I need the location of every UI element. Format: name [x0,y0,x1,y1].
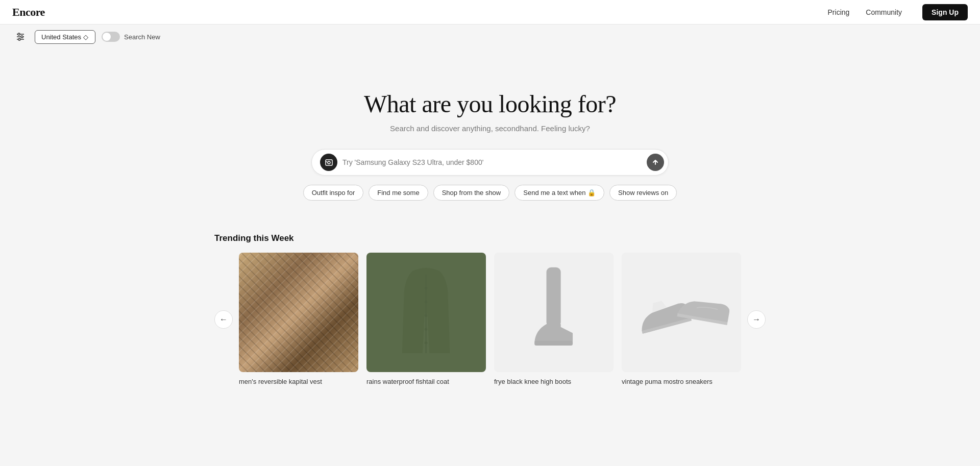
hero-title: What are you looking for? [364,90,616,118]
product-name: vintage puma mostro sneakers [622,377,741,386]
shoe-shape [622,253,741,372]
carousel-wrapper: ← men's reversible kapital vest [214,253,766,386]
product-name: frye black knee high boots [494,377,614,386]
svg-point-11 [425,314,427,317]
svg-rect-6 [326,160,332,165]
signup-button[interactable]: Sign Up [922,4,968,20]
chip-send-text[interactable]: Send me a text when 🔒 [514,185,604,201]
product-card[interactable]: men's reversible kapital vest [239,253,358,386]
chip-find-me[interactable]: Find me some [369,185,428,201]
svg-point-3 [18,33,20,35]
svg-point-12 [425,328,427,331]
product-image [494,253,614,372]
search-input[interactable] [342,158,642,166]
svg-point-5 [18,38,20,40]
product-card[interactable]: frye black knee high boots [494,253,614,386]
suggestion-chips: Outfit inspo for Find me some Shop from … [303,185,677,201]
search-bar [311,149,669,176]
pricing-nav-link[interactable]: Pricing [828,8,850,16]
vest-pattern [239,253,358,372]
filter-icon [15,32,26,42]
chip-outfit-inspo[interactable]: Outfit inspo for [303,185,364,201]
svg-rect-15 [535,341,573,346]
product-image [622,253,741,372]
svg-rect-14 [547,267,561,327]
community-nav-link[interactable]: Community [866,8,902,16]
hero-section: What are you looking for? Search and dis… [260,49,720,221]
product-name: rains waterproof fishtail coat [366,377,486,386]
trending-title: Trending this Week [214,233,766,243]
product-card[interactable]: rains waterproof fishtail coat [366,253,486,386]
search-new-label: Search New [124,33,160,41]
boot-shape [494,253,614,372]
hero-subtitle: Search and discover anything, secondhand… [390,124,590,133]
carousel-items: men's reversible kapital vest [239,253,741,386]
country-select[interactable]: United States ◇ United Kingdom Canada Au… [35,30,95,44]
product-image [366,253,486,372]
svg-point-13 [425,341,427,344]
chip-shop-from-show[interactable]: Shop from the show [433,185,510,201]
arrow-up-icon [652,159,659,166]
svg-point-10 [425,301,427,303]
svg-point-4 [21,36,23,38]
search-image-icon [320,154,337,171]
search-submit-button[interactable] [647,154,664,171]
coat-shape [366,253,486,372]
brand-logo[interactable]: Encore [12,6,828,19]
product-card[interactable]: vintage puma mostro sneakers [622,253,741,386]
product-image [239,253,358,372]
toolbar: United States ◇ United Kingdom Canada Au… [0,24,980,49]
carousel-prev-button[interactable]: ← [214,310,233,329]
trending-section: Trending this Week ← men's reversible ka… [184,221,796,399]
search-new-toggle[interactable] [102,32,120,42]
chip-show-reviews[interactable]: Show reviews on [609,185,677,201]
svg-point-7 [328,161,330,164]
svg-point-9 [425,287,427,290]
product-name: men's reversible kapital vest [239,377,358,386]
filter-icon-button[interactable] [12,29,29,45]
carousel-next-button[interactable]: → [747,310,766,329]
